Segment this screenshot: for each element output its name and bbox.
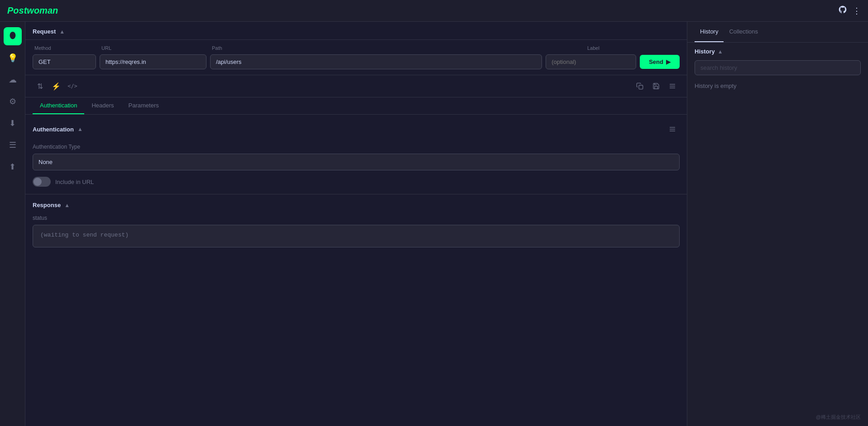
svg-rect-3 [639, 85, 643, 89]
main-layout: 💡 ☁ ⚙ ⬇ ☰ ⬆ Request ▲ Method URL Path La… [0, 22, 868, 426]
method-select[interactable]: GET POST PUT PATCH DELETE [33, 54, 96, 69]
sidebar-item-download[interactable]: ⬇ [4, 114, 22, 132]
app-logo: Postwoman [7, 5, 58, 16]
method-label: Method [34, 45, 98, 51]
topbar: Postwoman ⋮ [0, 0, 868, 22]
history-title: History [695, 48, 715, 55]
svg-point-1 [10, 34, 12, 36]
response-body: (waiting to send request) [33, 225, 680, 247]
request-panel: Request ▲ Method URL Path Label GET POST… [25, 22, 687, 426]
right-panel-tab-collections[interactable]: Collections [724, 22, 763, 42]
sidebar-item-settings[interactable]: ⚙ [4, 92, 22, 111]
status-label: status [33, 215, 680, 221]
right-panel-content: History ▲ History is empty [687, 43, 868, 426]
auth-section-header: Authentication ▲ [33, 122, 680, 136]
response-section: Response ▲ status (waiting to send reque… [25, 194, 687, 255]
path-label: Path [212, 45, 584, 51]
sidebar-item-lines[interactable]: ☰ [4, 136, 22, 154]
bolt-button[interactable]: ⚡ [49, 79, 63, 93]
auth-type-select[interactable]: None Basic Auth Bearer Token API Key OAu… [33, 154, 680, 170]
tab-parameters[interactable]: Parameters [121, 97, 166, 114]
watermark: @稀土掘金技术社区 [816, 414, 861, 421]
send-button[interactable]: Send ▶ [640, 55, 680, 69]
response-chevron-icon[interactable]: ▲ [64, 202, 70, 208]
content-area: Request ▲ Method URL Path Label GET POST… [25, 22, 868, 426]
auth-section-title-text: Authentication [33, 126, 74, 133]
sidebar-item-upload[interactable]: ⬆ [4, 158, 22, 176]
url-labels: Method URL Path Label [33, 45, 680, 51]
sidebar-item-bulb[interactable]: 💡 [4, 49, 22, 67]
swap-button[interactable]: ⇅ [33, 79, 47, 93]
auth-menu-button[interactable] [665, 122, 680, 136]
history-chevron-icon[interactable]: ▲ [718, 48, 723, 55]
right-panel-tabs: History Collections [687, 22, 868, 43]
menu-button[interactable] [665, 79, 680, 93]
response-section-header: Response ▲ [33, 202, 680, 208]
response-section-title: Response [33, 202, 61, 208]
search-history-input[interactable] [695, 60, 861, 75]
copy-button[interactable] [633, 79, 647, 93]
path-input[interactable] [210, 54, 542, 69]
include-url-toggle[interactable] [33, 177, 51, 187]
tab-headers[interactable]: Headers [84, 97, 121, 114]
request-section-header: Request ▲ [25, 22, 687, 40]
include-url-label: Include in URL [55, 179, 94, 185]
history-empty-text: History is empty [695, 81, 861, 91]
topbar-actions: ⋮ [838, 5, 861, 16]
url-bar: Method URL Path Label GET POST PUT PATCH… [25, 40, 687, 75]
sidebar: 💡 ☁ ⚙ ⬇ ☰ ⬆ [0, 22, 25, 426]
response-body-text: (waiting to send request) [40, 232, 129, 238]
url-input[interactable] [100, 54, 206, 69]
svg-point-2 [13, 34, 14, 36]
code-button[interactable]: </> [65, 79, 80, 93]
right-panel: History Collections History ▲ History is… [687, 22, 868, 426]
auth-section: Authentication ▲ Authentication Type Non… [25, 115, 687, 194]
toolbar-row: ⇅ ⚡ </> [25, 75, 687, 97]
send-button-label: Send [649, 58, 663, 65]
send-arrow-icon: ▶ [666, 58, 671, 65]
label-label: Label [587, 45, 678, 51]
url-label: URL [101, 45, 208, 51]
right-panel-tab-history[interactable]: History [695, 22, 724, 42]
label-input[interactable] [546, 54, 636, 69]
history-title-row: History ▲ [695, 48, 723, 55]
url-row: GET POST PUT PATCH DELETE Send ▶ [33, 54, 680, 69]
auth-section-title-row: Authentication ▲ [33, 126, 83, 133]
more-options-icon[interactable]: ⋮ [853, 6, 861, 16]
request-chevron-icon[interactable]: ▲ [59, 29, 65, 35]
history-header: History ▲ [695, 48, 861, 55]
github-icon[interactable] [838, 5, 847, 16]
save-button[interactable] [649, 79, 663, 93]
sidebar-item-cloud[interactable]: ☁ [4, 71, 22, 89]
auth-type-label: Authentication Type [33, 144, 680, 150]
request-section-title: Request [33, 28, 56, 35]
include-url-row: Include in URL [33, 177, 680, 187]
sidebar-item-alien[interactable] [4, 27, 22, 45]
tabs-row: Authentication Headers Parameters [25, 97, 687, 115]
auth-section-chevron[interactable]: ▲ [77, 126, 83, 132]
tab-authentication[interactable]: Authentication [33, 97, 84, 114]
